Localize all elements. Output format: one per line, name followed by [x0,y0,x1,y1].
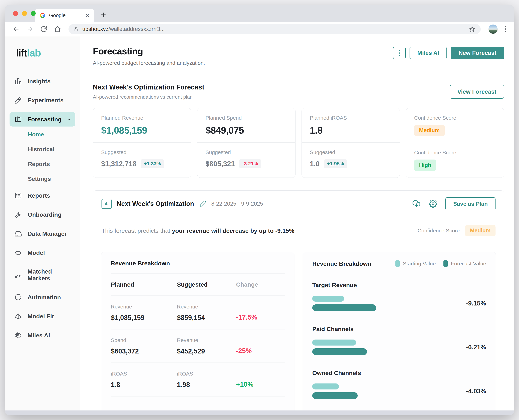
bookmark-star-icon[interactable] [469,26,475,32]
sidebar-item-miles-ai[interactable]: Miles AI [9,328,75,343]
sidebar-item-label: Onboarding [28,211,62,218]
close-window-button[interactable] [13,11,18,16]
sidebar-item-data-manager[interactable]: Data Manager [9,226,75,241]
lock-icon [74,27,79,32]
browser-window: Google ✕ + upshot.xyz/walletaddressxxzrr… [5,5,514,415]
sidebar-item-experiments[interactable]: Experiments [9,93,75,107]
chart-group-paid-channels: Paid Channels -6.21% [312,318,486,362]
bar-chart-icon [15,77,22,85]
gear-icon[interactable] [429,200,437,208]
confidence-high-badge: High [414,159,436,171]
sidebar-item-matched-markets[interactable]: Matched Markets [9,264,75,285]
card-value: 1.8 [310,125,391,136]
chart-legend: Starting Value Forecast Value [395,260,486,267]
sidebar: liftlab Insights Experiments Forecasting… [5,36,80,415]
category-label: Target Revenue [312,282,486,289]
url-path: /walletaddressxxzrrr3... [108,26,165,32]
sidebar-item-label: Experiments [28,97,64,104]
minimize-window-button[interactable] [22,11,27,16]
card-label: Planned iROAS [310,115,391,121]
subnav-item-settings[interactable]: Settings [28,176,75,182]
panel-body: Revenue Breakdown Planned Suggested Chan… [93,244,504,415]
change-value: -17.5% [236,304,285,322]
view-forecast-button[interactable]: View Forecast [450,85,504,99]
revenue-breakdown-chart-card: Revenue Breakdown Starting Value Forecas… [303,252,496,415]
reload-icon[interactable] [40,26,47,33]
save-as-plan-button[interactable]: Save as Plan [445,197,496,210]
list-icon [15,192,22,199]
sidebar-item-onboarding[interactable]: Onboarding [9,207,75,222]
pyramid-icon [15,313,22,320]
main-content: Forecasting AI-powered budget forecastin… [80,36,514,415]
forward-icon[interactable] [26,26,34,33]
confidence-label: Confidence Score [417,228,459,234]
page-title: Forecasting [93,46,205,56]
section-title: Next Week's Optimization Forecast [93,83,204,91]
address-bar[interactable]: upshot.xyz/walletaddressxxzrrr3... [68,24,481,34]
sidebar-item-label: Insights [28,78,51,85]
spline-icon [15,271,22,279]
edit-pencil-icon[interactable] [199,201,206,207]
chart-group-owned-channels: Owned Channels -4.03% [312,362,486,406]
subnav-item-historical[interactable]: Historical [28,146,75,153]
planned-metric-label: Spend [111,337,177,343]
sidebar-item-forecasting[interactable]: Forecasting [9,112,75,127]
browser-tab[interactable]: Google ✕ [35,9,94,22]
suggested-metric-value: $452,529 [177,347,236,355]
prediction-row: This forecast predicts that your revenue… [93,217,504,244]
starting-value-swatch [395,260,400,267]
forecast-value-bar [312,348,367,355]
sidebar-item-reports[interactable]: Reports [9,188,75,203]
logo-lab: lab [27,47,41,59]
forecast-section-header: Next Week's Optimization Forecast AI-pow… [93,83,504,100]
back-icon[interactable] [13,26,20,33]
miles-ai-button[interactable]: Miles AI [410,47,447,59]
planned-metric-label: iROAS [111,371,177,377]
category-label: Paid Channels [312,326,486,332]
chart-title: Revenue Breakdown [312,260,371,267]
table-title: Revenue Breakdown [111,260,285,267]
suggested-label: Suggested [310,149,391,155]
new-tab-button[interactable]: + [101,9,106,20]
zoom-window-button[interactable] [31,11,36,16]
delta-badge: +1.95% [324,159,347,168]
revenue-breakdown-table-card: Revenue Breakdown Planned Suggested Chan… [101,252,294,415]
suggested-metric-value: $859,154 [177,314,236,322]
map-icon [15,116,22,123]
forecast-value-bar [312,304,376,311]
change-percent: -6.21% [445,344,486,351]
table-row: Revenue $1,085,159 Revenue $859,154 -17.… [111,296,285,329]
sidebar-item-label: Data Manager [28,230,67,237]
sidebar-item-model[interactable]: Model [9,246,75,260]
window-controls[interactable] [13,11,36,16]
sidebar-item-model-fit[interactable]: Model Fit [9,309,75,323]
profile-avatar[interactable] [489,24,498,34]
subnav-item-reports[interactable]: Reports [28,161,75,167]
stat-cards-row: Planned Revenue $1,085,159 Suggested $1,… [93,108,504,178]
new-forecast-button[interactable]: New Forecast [451,47,504,59]
browser-menu-icon[interactable] [503,26,509,32]
category-label: Owned Channels [312,369,486,376]
sidebar-item-label: Automation [28,294,61,301]
panel-title: Next Week's Optimization [117,200,194,208]
sidebar-item-label: Matched Markets [28,268,70,282]
bar-chart-icon [102,199,112,209]
page-subtitle: AI-powered budget forecasting and analyz… [93,60,205,66]
sidebar-item-label: Forecasting [28,116,62,123]
header-menu-button[interactable] [393,47,406,59]
legend-label: Forecast Value [451,261,486,267]
optimization-panel: Next Week's Optimization 8-22-2025 - 9-9… [93,190,504,415]
change-percent: -4.03% [445,388,486,395]
chevron-up-icon [67,116,70,122]
subnav-item-home[interactable]: Home [28,131,75,138]
date-range[interactable]: 8-22-2025 - 9-9-2025 [211,201,263,207]
sidebar-item-automation[interactable]: Automation [9,290,75,304]
sidebar-item-label: Miles AI [28,332,50,339]
package-icon [15,249,22,256]
sidebar-item-insights[interactable]: Insights [9,74,75,88]
confidence-label: Confidence Score [414,150,496,156]
cloud-download-icon[interactable] [412,200,421,208]
tab-close-icon[interactable]: ✕ [85,12,90,19]
suggested-metric-label: Revenue [177,304,236,310]
home-icon[interactable] [54,26,61,33]
